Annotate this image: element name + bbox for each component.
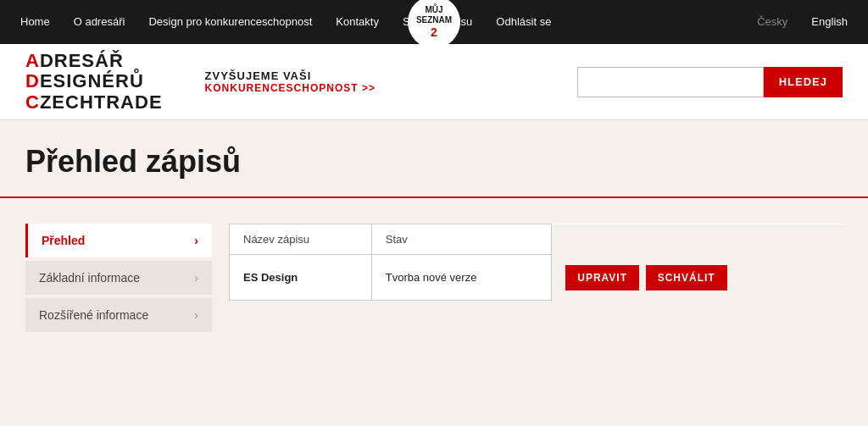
chevron-right-icon-3: › [194,308,198,322]
chevron-right-icon-2: › [194,271,198,285]
main-content: Přehled › Základní informace › Rozšířené… [0,198,868,410]
main-nav: Home O adresáři Design pro konkurencesch… [0,0,868,44]
site-header: ADRESÁŘ DESIGNÉRŮ CZECHTRADE ZVYŠUJEME V… [0,44,868,120]
nav-odhlasit-se[interactable]: Odhlásit se [484,0,563,44]
muj-seznam-count: 2 [431,25,437,40]
page-title-area: Přehled zápisů [0,120,868,198]
muj-seznam-line2: SEZNAM [416,15,452,25]
logo-line-1: ADRESÁŘ [25,51,163,71]
sidebar-item-zakladni[interactable]: Základní informace › [25,261,212,295]
record-name: ES Design [230,255,372,301]
nav-o-adresari[interactable]: O adresáři [62,0,137,44]
sidebar-item-zakladni-label: Základní informace [39,271,140,285]
nav-kontakty[interactable]: Kontakty [324,0,391,44]
upravit-button[interactable]: UPRAVIT [565,265,639,290]
nav-home[interactable]: Home [8,0,62,44]
records-table-area: Název zápisu Stav ES Design Tvorba nové … [229,224,843,385]
site-logo: ADRESÁŘ DESIGNÉRŮ CZECHTRADE [25,51,163,113]
tagline-top: ZVYŠUJEME VAŠI [205,69,376,82]
col-stav: Stav [371,224,551,255]
tagline-bottom[interactable]: KONKURENCESCHOPNOST >> [205,82,376,94]
sidebar-item-prehled-label: Přehled [42,234,85,247]
records-table: Název zápisu Stav ES Design Tvorba nové … [229,224,843,301]
sidebar-item-prehled[interactable]: Přehled › [25,224,212,257]
lang-en[interactable]: English [799,0,860,44]
logo-line-3: CZECHTRADE [25,92,163,113]
muj-seznam-line1: MŮJ [425,5,442,15]
search-area: HLEDEJ [577,67,843,97]
search-button[interactable]: HLEDEJ [764,67,843,97]
sidebar-item-rozsirene[interactable]: Rozšířené informace › [25,298,212,332]
nav-design-pro[interactable]: Design pro konkurenceschopnost [136,0,324,44]
page-title: Přehled zápisů [25,144,843,180]
schvalit-button[interactable]: SCHVÁLIT [646,265,727,290]
lang-cz[interactable]: Česky [745,0,799,44]
chevron-right-icon: › [194,234,198,247]
record-status: Tvorba nové verze [371,255,551,301]
record-actions: UPRAVIT SCHVÁLIT [552,255,843,301]
sidebar: Přehled › Základní informace › Rozšířené… [25,224,212,385]
logo-line-2: DESIGNÉRŮ [25,71,163,91]
table-row: ES Design Tvorba nové verze UPRAVIT SCHV… [230,255,843,301]
sidebar-item-rozsirene-label: Rozšířené informace [39,308,148,322]
col-nazev: Název zápisu [230,224,372,255]
tagline: ZVYŠUJEME VAŠI KONKURENCESCHOPNOST >> [205,69,376,94]
search-input[interactable] [577,67,764,97]
language-switcher: Česky English [745,0,860,44]
